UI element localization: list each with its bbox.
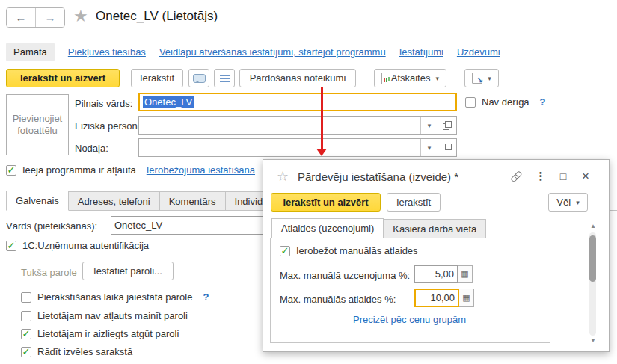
open-button[interactable] [438,139,456,156]
max-discount-field: 10,00 ▦ [414,289,474,307]
tab-kasiera[interactable]: Kasiera darba vieta [384,219,486,238]
full-name-input[interactable]: Onetec_LV [138,93,457,111]
calculator-icon[interactable]: ▦ [459,289,474,307]
no-recover-password-label: Lietotājam ir aizliegts atgūt paroli [37,328,179,339]
department-label: Nodaļa: [75,143,108,154]
forward-icon[interactable]: → [35,8,64,27]
cb-row: Pierakstīšanās laikā jāiestata parole ? [21,291,209,303]
close-icon[interactable]: × [577,169,594,184]
caret-down-icon: ▾ [488,75,491,82]
cb-row: Lietotājam ir aizliegts atgūt paroli [21,328,179,339]
dropdown-icon[interactable]: ▾ [420,139,438,156]
dialog-favorite-icon[interactable]: ☆ [277,168,289,185]
full-name-label: Pilnais vārds: [75,98,132,109]
dialog-save-button[interactable]: Ierakstīt [387,193,441,212]
scroll-up-icon[interactable]: ▲ [590,223,596,229]
limit-discounts-row: Ierobežot manuālās atlaides [280,245,418,256]
nav-tab-veidlapu[interactable]: Veidlapu atvēršanas iestatījumi, startēj… [159,46,386,58]
reports-label: Atskaites [391,73,431,84]
tab-komentars[interactable]: Komentārs [160,191,226,211]
save-close-button[interactable]: Ierakstīt un aizvērt [6,69,120,87]
app-window: ← → ★ Onetec_LV (Lietotājs) Pamata Piekļ… [0,0,617,364]
tab-adreses[interactable]: Adreses, telefoni [69,191,160,211]
cb-row: Rādīt izvēles sarakstā [21,346,132,357]
cb-row: Lietotājam nav atļauts mainīt paroli [21,310,188,321]
auth-row: 1C:Uzņēmuma autentifikācija [6,240,149,251]
annotation-arrow-line [321,87,323,150]
open-button[interactable] [438,117,456,134]
maximize-icon[interactable]: □ [555,169,571,184]
empty-password-label: Tukša parole [21,267,77,278]
photo-placeholder[interactable]: Pievienojiet fotoattēlu [6,94,69,155]
history-nav: ← → [6,7,65,28]
more-menu-icon[interactable]: ⋮ [532,169,549,184]
limit-discounts-checkbox[interactable] [280,246,290,256]
login-allowed-row: Ieeja programmā ir atļauta Ierobežojuma … [6,164,255,176]
discussion-button[interactable] [188,69,209,87]
nav-tab-pieklluves[interactable]: Piekļuves tiesības [68,46,146,58]
content-tabs: Galvenais Adreses, telefoni Komentārs In… [6,191,285,211]
require-password-checkbox[interactable] [21,292,31,303]
caret-down-icon: ▾ [576,199,580,206]
max-discount-input[interactable]: 10,00 [414,289,459,307]
full-name-value: Onetec_LV [143,96,194,108]
back-icon[interactable]: ← [7,8,35,27]
physical-person-combo[interactable]: ▾ [138,116,457,135]
calculator-icon[interactable]: ▦ [458,265,473,283]
page-title: Onetec_LV (Lietotājs) [96,9,218,24]
reports-button[interactable]: Atskaites ▾ [374,69,446,87]
max-discount-label: Max. manuālās atlaides %: [280,294,396,305]
not-valid-help[interactable]: ? [540,96,546,108]
price-groups-link[interactable]: Precizēt pēc cenu grupām [270,314,549,325]
nav-tab-uzdevumi[interactable]: Uzdevumi [457,46,500,58]
structure-button[interactable] [214,69,235,87]
open-icon [443,144,452,152]
no-recover-password-checkbox[interactable] [21,329,31,339]
login-allowed-label: Ieeja programmā ir atļauta [22,164,136,176]
login-allowed-checkbox[interactable] [6,165,16,176]
export-icon [472,73,482,84]
no-change-password-label: Lietotājam nav atļauts mainīt paroli [37,310,188,321]
favorite-star-icon[interactable]: ★ [73,7,88,26]
dialog-save-close-button[interactable]: Ierakstīt un aizvērt [271,193,381,212]
nav-tab-iestatijumi[interactable]: Iestatījumi [399,46,443,58]
list-icon [220,74,230,83]
restriction-link[interactable]: Ierobežojuma iestatīšana [147,164,255,176]
set-password-button[interactable]: Iestatiet paroli... [82,262,174,280]
limit-discounts-label: Ierobežot manuālās atlaides [296,245,418,256]
physical-person-label: Fiziska persona: [75,120,146,132]
department-value[interactable] [139,139,420,156]
tab-atlaides[interactable]: Atlaides (uzcenojumi) [271,218,384,238]
dialog-title: Pārdevēju iestatīšana (izveide) * [298,170,458,183]
show-in-list-label: Rādīt izvēles sarakstā [37,346,132,357]
scrollbar-thumb[interactable] [589,235,596,282]
caret-down-icon: ▾ [435,75,439,82]
nav-tab-pamata[interactable]: Pamata [6,43,55,61]
auth-label: 1C:Uzņēmuma autentifikācija [22,240,149,251]
open-icon [443,121,452,130]
scroll-down-icon[interactable]: ▼ [590,338,596,344]
department-combo[interactable]: ▾ [138,138,457,157]
max-markup-field: 5,00 ▦ [414,265,473,283]
max-markup-label: Max. manuālā uzcenojuma %: [280,270,410,281]
dropdown-icon[interactable]: ▾ [420,117,438,134]
link-icon[interactable] [508,169,524,184]
not-valid-label: Nav derīga [482,96,529,108]
export-menu-button[interactable]: ▾ [464,69,499,87]
tab-galvenais[interactable]: Galvenais [6,191,69,211]
auth-checkbox[interactable] [6,241,16,251]
physical-person-value[interactable] [139,117,420,134]
login-name-value: Onetec_LV [114,220,162,231]
require-password-label: Pierakstīšanās laikā jāiestata parole [37,291,192,303]
main-nav: Pamata Piekļuves tiesības Veidlapu atvēr… [6,43,500,61]
show-in-list-checkbox[interactable] [21,347,31,357]
sales-rules-button[interactable]: Pārdošanas noteikumi [239,69,356,87]
login-name-label: Vārds (pieteikšanās): [6,220,97,232]
not-valid-checkbox[interactable] [465,97,476,108]
max-markup-input[interactable]: 5,00 [414,265,458,283]
save-button[interactable]: Ierakstīt [131,69,183,87]
no-change-password-checkbox[interactable] [21,311,31,321]
dialog-more-button[interactable]: Vēl ▾ [548,193,588,212]
require-password-help[interactable]: ? [203,291,209,303]
dialog-tabs: Atlaides (uzcenojumi) Kasiera darba viet… [271,218,486,238]
